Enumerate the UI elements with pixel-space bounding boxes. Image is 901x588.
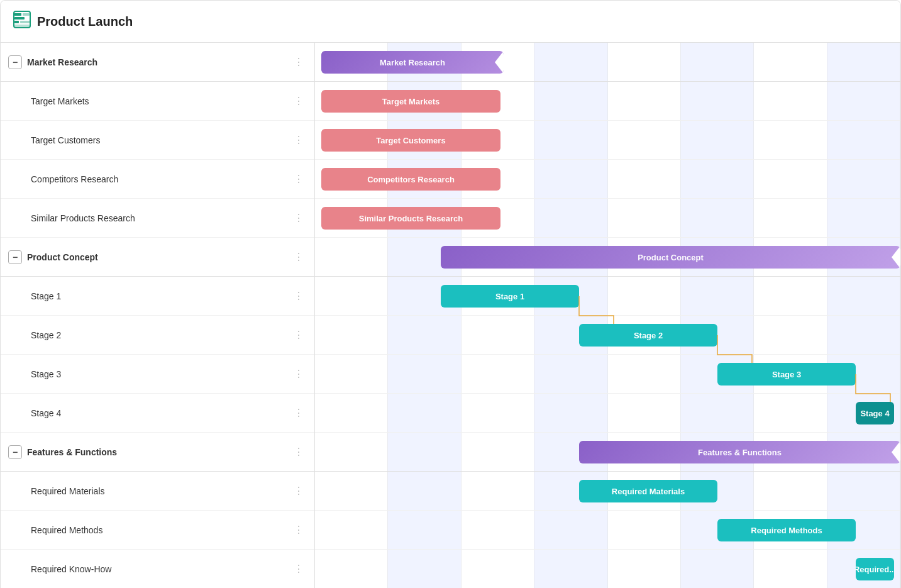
dots-menu-required-knowhow[interactable]: ⋮ bbox=[291, 563, 307, 575]
bar-stage2[interactable]: Stage 2 bbox=[579, 324, 717, 347]
collapse-btn-market-research[interactable]: − bbox=[8, 55, 22, 69]
task-row-competitors-research: Competitors Research ⋮ bbox=[1, 160, 314, 199]
dots-menu-target-markets[interactable]: ⋮ bbox=[291, 95, 307, 107]
task-name-similar-products: Similar Products Research bbox=[31, 213, 286, 223]
bar-stage1[interactable]: Stage 1 bbox=[441, 285, 579, 308]
task-name-stage4: Stage 4 bbox=[31, 408, 286, 418]
bar-similar-products[interactable]: Similar Products Research bbox=[321, 207, 500, 230]
task-row-target-customers: Target Customers ⋮ bbox=[1, 121, 314, 160]
task-name-target-markets: Target Markets bbox=[31, 96, 286, 106]
bar-target-customers[interactable]: Target Customers bbox=[321, 129, 500, 152]
chart-row-target-markets: Target Markets bbox=[315, 82, 900, 121]
chart-row-stage1: Stage 1 bbox=[315, 277, 900, 316]
bar-market-research[interactable]: Market Research bbox=[321, 51, 504, 74]
group-row-features-functions: − Features & Functions ⋮ bbox=[1, 433, 314, 472]
group-row-market-research: − Market Research ⋮ bbox=[1, 43, 314, 82]
collapse-icon-2: − bbox=[13, 253, 18, 262]
dots-menu-required-methods[interactable]: ⋮ bbox=[291, 524, 307, 536]
dots-menu-competitors-research[interactable]: ⋮ bbox=[291, 173, 307, 185]
gantt-container: Product Launch − Market Research ⋮ Targe… bbox=[0, 0, 901, 588]
chart-row-product-concept: Product Concept bbox=[315, 238, 900, 277]
chart-row-target-customers: Target Customers bbox=[315, 121, 900, 160]
group-name-features-functions: Features & Functions bbox=[27, 447, 286, 457]
bar-product-concept[interactable]: Product Concept bbox=[441, 246, 900, 269]
task-row-similar-products: Similar Products Research ⋮ bbox=[1, 199, 314, 238]
task-name-stage2: Stage 2 bbox=[31, 330, 286, 340]
bar-required-materials[interactable]: Required Materials bbox=[579, 480, 717, 502]
group-name-product-concept: Product Concept bbox=[27, 252, 286, 262]
task-name-competitors-research: Competitors Research bbox=[31, 174, 286, 184]
task-name-stage1: Stage 1 bbox=[31, 291, 286, 301]
collapse-icon-3: − bbox=[13, 448, 18, 457]
chart-row-similar-products: Similar Products Research bbox=[315, 199, 900, 238]
dots-menu-similar-products[interactable]: ⋮ bbox=[291, 212, 307, 224]
bar-required-methods[interactable]: Required Methods bbox=[717, 519, 856, 541]
bar-features-functions[interactable]: Features & Functions bbox=[579, 441, 900, 463]
chart-row-stage2: Stage 2 bbox=[315, 316, 900, 355]
svg-rect-6 bbox=[14, 25, 30, 27]
collapse-btn-product-concept[interactable]: − bbox=[8, 250, 22, 264]
group-name-market-research: Market Research bbox=[27, 57, 286, 67]
chart-row-competitors-research: Competitors Research bbox=[315, 160, 900, 199]
chart-row-stage4: Stage 4 bbox=[315, 394, 900, 433]
task-row-stage1: Stage 1 ⋮ bbox=[1, 277, 314, 316]
task-row-stage2: Stage 2 ⋮ bbox=[1, 316, 314, 355]
chart-area: Market Research Target Markets Target Cu… bbox=[315, 43, 900, 588]
bar-competitors-research[interactable]: Competitors Research bbox=[321, 168, 500, 191]
bar-stage4[interactable]: Stage 4 bbox=[856, 402, 894, 424]
dots-menu-stage2[interactable]: ⋮ bbox=[291, 329, 307, 341]
dots-menu-required-materials[interactable]: ⋮ bbox=[291, 485, 307, 497]
chart-rows: Market Research Target Markets Target Cu… bbox=[315, 43, 900, 588]
group-row-product-concept: − Product Concept ⋮ bbox=[1, 238, 314, 277]
dots-menu-stage4[interactable]: ⋮ bbox=[291, 407, 307, 419]
gantt-icon bbox=[13, 11, 31, 32]
collapse-icon: − bbox=[13, 58, 18, 67]
chart-row-stage3: Stage 3 bbox=[315, 355, 900, 394]
task-row-stage3: Stage 3 ⋮ bbox=[1, 355, 314, 394]
svg-rect-4 bbox=[14, 21, 19, 23]
svg-rect-5 bbox=[20, 21, 30, 23]
dots-menu-market-research[interactable]: ⋮ bbox=[291, 56, 307, 68]
task-row-target-markets: Target Markets ⋮ bbox=[1, 82, 314, 121]
task-row-required-materials: Required Materials ⋮ bbox=[1, 472, 314, 511]
bar-required-knowhow[interactable]: Required... bbox=[856, 558, 894, 580]
page-title: Product Launch bbox=[37, 14, 133, 29]
dots-menu-stage3[interactable]: ⋮ bbox=[291, 368, 307, 380]
task-list: − Market Research ⋮ Target Markets ⋮ Tar… bbox=[1, 43, 315, 588]
task-name-required-knowhow: Required Know-How bbox=[31, 564, 286, 574]
svg-rect-3 bbox=[14, 17, 25, 19]
bar-stage3[interactable]: Stage 3 bbox=[717, 363, 856, 386]
chart-row-market-research: Market Research bbox=[315, 43, 900, 82]
collapse-btn-features-functions[interactable]: − bbox=[8, 445, 22, 459]
svg-rect-2 bbox=[23, 13, 30, 16]
dots-menu-target-customers[interactable]: ⋮ bbox=[291, 134, 307, 146]
gantt-body: − Market Research ⋮ Target Markets ⋮ Tar… bbox=[1, 43, 900, 588]
gantt-header: Product Launch bbox=[1, 1, 900, 43]
task-row-stage4: Stage 4 ⋮ bbox=[1, 394, 314, 433]
task-name-required-materials: Required Materials bbox=[31, 486, 286, 496]
dots-menu-features-functions[interactable]: ⋮ bbox=[291, 446, 307, 458]
task-name-stage3: Stage 3 bbox=[31, 369, 286, 379]
chart-row-required-knowhow: Required... bbox=[315, 550, 900, 588]
chart-row-required-methods: Required Methods bbox=[315, 511, 900, 550]
chart-row-features-functions: Features & Functions bbox=[315, 433, 900, 472]
chart-row-required-materials: Required Materials bbox=[315, 472, 900, 511]
bar-target-markets[interactable]: Target Markets bbox=[321, 90, 500, 113]
dots-menu-product-concept[interactable]: ⋮ bbox=[291, 251, 307, 263]
task-row-required-knowhow: Required Know-How ⋮ bbox=[1, 550, 314, 588]
svg-rect-1 bbox=[14, 13, 21, 16]
task-row-required-methods: Required Methods ⋮ bbox=[1, 511, 314, 550]
task-name-required-methods: Required Methods bbox=[31, 525, 286, 535]
task-name-target-customers: Target Customers bbox=[31, 135, 286, 145]
dots-menu-stage1[interactable]: ⋮ bbox=[291, 290, 307, 302]
